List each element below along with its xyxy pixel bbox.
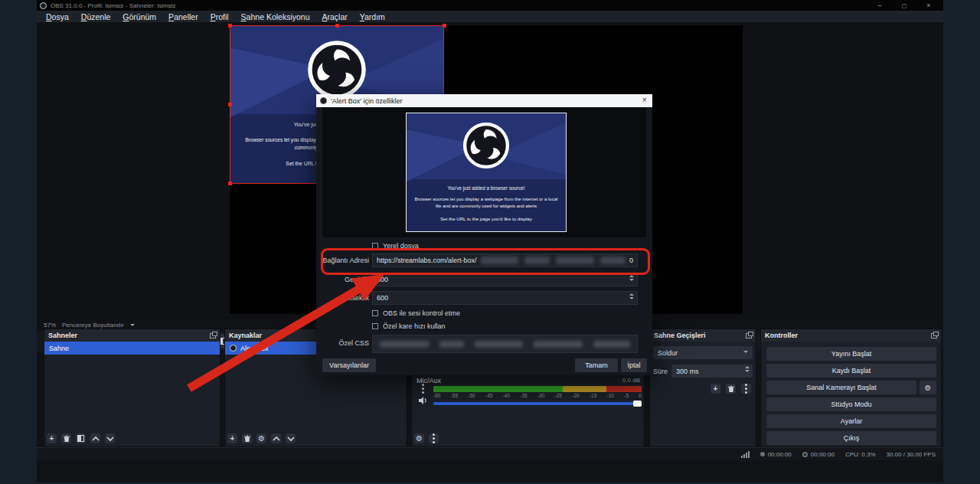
spinner-arrows[interactable] (629, 293, 634, 299)
controls-title: Kontroller (765, 332, 798, 339)
maximize-icon[interactable] (900, 2, 908, 9)
volume-slider[interactable] (433, 400, 642, 407)
resize-handle[interactable] (443, 24, 446, 28)
transition-menu-button[interactable] (741, 384, 751, 394)
dialog-title: 'Alert Box' için özellikler (331, 97, 402, 105)
add-transition-button[interactable] (710, 384, 720, 394)
duration-spinbox[interactable]: 300 ms (671, 365, 753, 378)
start-streaming-button[interactable]: Yayını Başlat (766, 347, 936, 361)
studio-mode-button[interactable]: Stüdyo Modu (766, 397, 936, 411)
tick-label: -5 (624, 393, 629, 398)
menu-sahne-koleksiyonu[interactable]: Sahne Koleksiyonu (235, 12, 316, 21)
spinner-arrows[interactable] (629, 275, 634, 281)
scene-filters-button[interactable] (76, 433, 86, 443)
remove-scene-button[interactable] (61, 433, 71, 443)
defaults-button[interactable]: Varsayılanlar (322, 358, 376, 372)
start-virtual-camera-button[interactable]: Sanal Kamerayı Başlat (766, 381, 916, 394)
popout-icon[interactable] (746, 333, 752, 338)
stream-status-icon (760, 452, 765, 456)
popout-icon[interactable] (931, 333, 937, 338)
transitions-title: Sahne Geçişleri (654, 332, 706, 339)
trash-icon (727, 385, 735, 393)
tick-label: -10 (607, 393, 614, 398)
close-icon[interactable] (925, 2, 933, 9)
mixer-menu-button[interactable] (429, 433, 439, 443)
add-scene-button[interactable] (47, 433, 57, 443)
minimize-icon[interactable] (876, 2, 884, 9)
menu-yardim[interactable]: Yardım (354, 12, 391, 21)
channel-db: 0.0 dB (622, 377, 640, 384)
slider-thumb[interactable] (633, 401, 642, 407)
kebab-menu-icon[interactable] (422, 388, 424, 390)
tick-label: -40 (503, 393, 510, 398)
width-label: Genişlik (319, 276, 369, 283)
fit-to-window-label[interactable]: Pencereye Boyutlandır (62, 322, 124, 329)
tick-label: -45 (485, 393, 492, 398)
speaker-icon[interactable] (418, 396, 427, 405)
control-audio-checkbox-row[interactable]: OBS ile sesi kontrol etme (372, 309, 460, 317)
trash-icon (243, 435, 251, 443)
splash-line3: Set the URL to the page you'd like to di… (407, 216, 566, 221)
tick-label: -25 (555, 393, 562, 398)
virtual-camera-settings-button[interactable] (920, 381, 936, 394)
move-scene-up-button[interactable] (90, 433, 100, 443)
obs-logo (307, 40, 367, 100)
advanced-audio-button[interactable] (414, 433, 424, 443)
splash-line1: You've just added a browser source! (407, 185, 566, 191)
stream-time: 00:00:00 (768, 451, 792, 458)
custom-css-label: Özel CSS (319, 339, 369, 347)
menu-profil[interactable]: Profil (204, 12, 235, 21)
ok-button[interactable]: Tamam (575, 358, 618, 372)
kebab-menu-icon (745, 388, 747, 390)
resize-handle[interactable] (228, 182, 232, 185)
chevron-down-icon[interactable] (130, 324, 135, 329)
custom-css-textarea[interactable] (372, 335, 638, 353)
menu-duzenle[interactable]: Düzenle (75, 12, 117, 21)
popout-icon[interactable] (210, 333, 216, 338)
cpu-usage: CPU: 0.3% (845, 451, 876, 458)
menu-gorunum[interactable]: Görünüm (116, 12, 162, 21)
record-time: 00:00:00 (811, 451, 835, 458)
remove-transition-button[interactable] (726, 384, 736, 394)
dialog-preview-band: You've just added a browser source! Brow… (322, 107, 646, 237)
chevron-down-icon (287, 436, 295, 442)
tick-label: -30 (537, 393, 544, 398)
move-source-down-button[interactable] (286, 433, 296, 443)
resize-handle[interactable] (228, 24, 232, 28)
dialog-title-bar[interactable]: 'Alert Box' için özellikler (316, 94, 652, 107)
add-source-button[interactable] (227, 433, 237, 443)
cancel-button[interactable]: İptal (621, 358, 647, 372)
checkbox-icon[interactable] (372, 310, 378, 316)
spinner-arrows[interactable] (745, 366, 750, 372)
annotation-highlight-rect (321, 248, 650, 275)
chevron-down-icon (743, 351, 748, 355)
scenes-title: Sahneler (48, 332, 77, 339)
obs-logo-icon (40, 2, 47, 9)
obs-logo-icon (320, 97, 327, 104)
custom-fps-checkbox-row[interactable]: Özel kare hızı kullan (372, 322, 446, 330)
channel-name: Mic/Aux (416, 377, 441, 384)
menu-dosya[interactable]: Dosya (40, 12, 75, 21)
settings-button[interactable]: Ayarlar (766, 414, 936, 428)
start-recording-button[interactable]: Kaydı Başlat (766, 364, 936, 378)
checkbox-icon[interactable] (372, 323, 378, 329)
source-properties-button[interactable] (256, 433, 266, 443)
menu-araclar[interactable]: Araçlar (316, 12, 354, 21)
tick-label: -50 (468, 393, 475, 398)
resize-handle[interactable] (335, 24, 339, 28)
menu-bar: Dosya Düzenle Görünüm Paneller Profil Sa… (37, 11, 943, 22)
signal-bars-icon (741, 451, 750, 458)
exit-button[interactable]: Çıkış (766, 431, 936, 445)
menu-paneller[interactable]: Paneller (162, 12, 204, 21)
remove-source-button[interactable] (242, 433, 252, 443)
height-input[interactable]: 600 (372, 291, 638, 305)
chevron-down-icon (106, 436, 114, 442)
move-scene-down-button[interactable] (105, 433, 115, 443)
scene-list-item[interactable]: Sahne (44, 342, 220, 355)
move-source-up-button[interactable] (271, 433, 281, 443)
transition-select[interactable]: Soldur (653, 346, 753, 359)
scenes-panel: Sahneler Sahne (44, 329, 220, 447)
close-icon[interactable] (642, 95, 647, 104)
transitions-panel: Sahne Geçişleri Soldur Süre 300 ms (649, 329, 756, 447)
resize-handle[interactable] (228, 103, 232, 106)
